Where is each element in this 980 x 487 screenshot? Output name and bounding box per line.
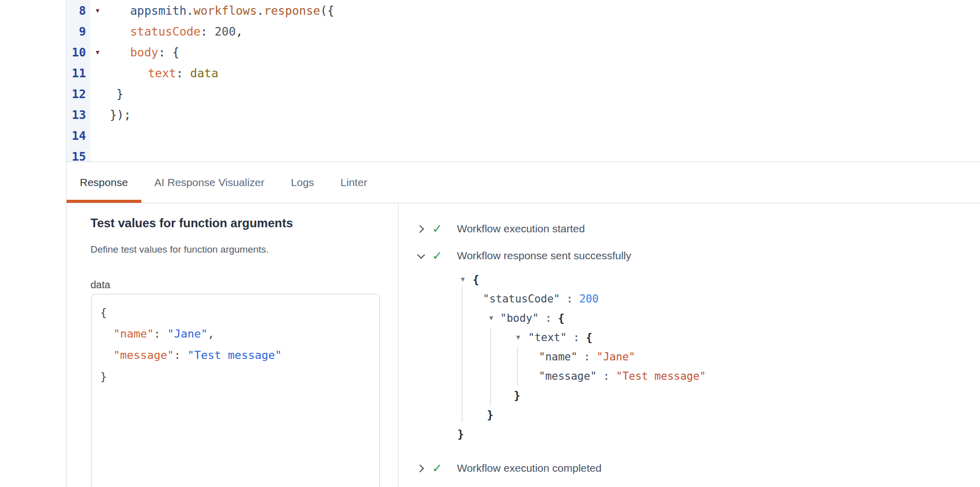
tree-node: } (457, 424, 464, 444)
token: "name" (539, 351, 577, 363)
tree-node: { (473, 270, 479, 289)
line-number: 10 (67, 42, 90, 63)
success-check-icon: ✓ (432, 461, 442, 476)
log-entry-label: Workflow execution started (457, 221, 585, 236)
token: "body" (500, 312, 539, 324)
token: text (148, 67, 176, 80)
line-number: 9 (67, 21, 90, 42)
json-editor-line: { (100, 301, 371, 323)
token: { (558, 312, 565, 324)
collapse-chevron-icon[interactable] (415, 250, 426, 261)
token: : (567, 331, 586, 344)
tree-row: "message" : "Test message" (457, 367, 915, 386)
tab-ai-response-visualizer[interactable]: AI Response Visualizer (141, 162, 278, 203)
fold-gutter (90, 146, 105, 162)
panel-title: Test values for function arguments (90, 216, 293, 230)
token: body (130, 46, 158, 59)
token: , (236, 25, 243, 38)
fold-toggle-icon[interactable]: ▼ (90, 0, 105, 21)
token: : (597, 370, 616, 382)
token: "Test message" (188, 349, 282, 361)
code-line: 15 (67, 146, 980, 162)
token: . (187, 4, 194, 17)
token: } (514, 389, 520, 402)
line-number: 8 (67, 0, 90, 21)
code-editor[interactable]: 8▼appsmith.workflows.response({9statusCo… (67, 0, 980, 162)
token: : (158, 46, 172, 59)
chevron-glyph (416, 464, 424, 472)
code-text (105, 146, 110, 162)
log-entry[interactable]: ✓Workflow execution started (399, 221, 980, 236)
token: { (473, 273, 479, 286)
fold-gutter (90, 63, 105, 83)
line-number: 15 (67, 146, 90, 162)
token: . (257, 4, 264, 17)
token: : (200, 25, 215, 38)
tree-node: "body" : { (500, 309, 564, 328)
code-line: 14 (67, 125, 980, 146)
fold-gutter (90, 104, 105, 125)
fold-toggle-icon[interactable]: ▼ (90, 42, 105, 63)
token: "message" (113, 349, 174, 361)
tab-linter[interactable]: Linter (327, 162, 381, 203)
line-number: 11 (67, 63, 90, 83)
tab-logs[interactable]: Logs (278, 162, 327, 203)
code-line: 12} (67, 83, 980, 104)
token: ({ (320, 4, 334, 17)
code-text: appsmith.workflows.response({ (105, 0, 334, 21)
fold-gutter (90, 83, 105, 104)
fold-gutter (90, 21, 105, 42)
tree-node: "message" : "Test message" (539, 367, 706, 386)
code-line: 9statusCode: 200, (67, 21, 980, 42)
token: "message" (539, 370, 597, 382)
code-text (105, 125, 110, 146)
token: response (264, 4, 320, 17)
success-check-icon: ✓ (432, 248, 442, 263)
token: }); (110, 108, 131, 121)
token: appsmith (130, 4, 187, 17)
expand-chevron-icon[interactable] (415, 463, 426, 474)
page-left-border (66, 0, 67, 487)
code-line: 8▼appsmith.workflows.response({ (67, 0, 980, 21)
tree-node: } (487, 405, 494, 424)
response-json-tree: ▼{"statusCode" : 200▼"body" : {▼"text" :… (457, 270, 915, 445)
json-editor-line: "name": "Jane", (100, 323, 371, 344)
token: statusCode (130, 25, 200, 38)
code-line: 11text: data (67, 63, 980, 83)
token: { (586, 331, 593, 344)
tree-collapse-icon[interactable]: ▼ (460, 270, 466, 289)
token: } (100, 370, 107, 383)
tree-collapse-icon[interactable]: ▼ (515, 328, 522, 347)
token: "name" (113, 327, 154, 340)
token: : (174, 349, 188, 361)
tree-row: ▼{ (457, 270, 915, 289)
token: "Test message" (616, 370, 706, 382)
token: } (116, 87, 124, 101)
token: : (154, 327, 167, 340)
tree-node: } (514, 386, 520, 405)
tree-node: "statusCode" : 200 (483, 289, 599, 309)
tree-row: "statusCode" : 200 (457, 289, 915, 309)
token: 200 (579, 293, 599, 305)
token: 200 (215, 25, 236, 38)
code-text: body: { (105, 42, 179, 63)
tree-row: "name" : "Jane" (457, 347, 915, 367)
line-number: 13 (67, 104, 90, 125)
tree-collapse-icon[interactable]: ▼ (488, 309, 495, 328)
chevron-glyph (416, 225, 424, 233)
code-text: text: data (105, 63, 218, 83)
tree-row: ▼"text" : { (457, 328, 915, 347)
token: : (539, 312, 558, 324)
token: : (577, 351, 597, 363)
data-json-input[interactable]: {"name": "Jane","message": "Test message… (91, 294, 380, 487)
expand-chevron-icon[interactable] (415, 223, 426, 234)
workflow-ide-screen: 8▼appsmith.workflows.response({9statusCo… (0, 0, 980, 487)
log-entry[interactable]: ✓Workflow execution completed (399, 461, 980, 476)
log-entry[interactable]: ✓Workflow response sent successfully (399, 248, 980, 263)
token: : (176, 67, 190, 80)
tab-response[interactable]: Response (67, 162, 141, 203)
token: "statusCode" (483, 293, 560, 305)
log-entry-label: Workflow execution completed (457, 461, 601, 476)
token: "text" (528, 331, 567, 344)
success-check-icon: ✓ (432, 221, 442, 236)
